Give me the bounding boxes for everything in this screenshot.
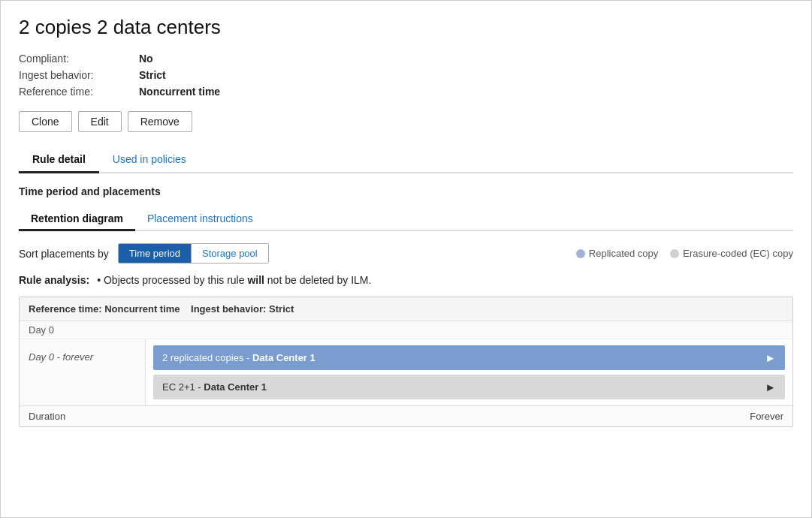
diagram-header: Reference time: Noncurrent time Ingest b…: [20, 297, 792, 321]
diagram-ref-label: Reference time:: [29, 303, 102, 315]
sub-tab-retention-diagram[interactable]: Retention diagram: [19, 208, 135, 231]
diagram-placements: 2 replicated copies - Data Center 1 ► EC…: [146, 339, 792, 405]
action-buttons: Clone Edit Remove: [19, 111, 793, 132]
tab-used-in-policies[interactable]: Used in policies: [99, 147, 200, 173]
sort-storage-pool-button[interactable]: Storage pool: [192, 244, 268, 263]
placement-bar-1-text: 2 replicated copies - Data Center 1: [162, 352, 315, 363]
ec-dot: [670, 249, 679, 258]
diagram-footer: Duration Forever: [20, 405, 792, 426]
replicated-dot: [576, 249, 585, 258]
ingest-value: Strict: [139, 69, 166, 81]
placement-bar-2-text: EC 2+1 - Data Center 1: [162, 381, 267, 393]
diagram-ingest-label: Ingest behavior:: [191, 303, 266, 315]
legend: Replicated copy Erasure-coded (EC) copy: [576, 248, 793, 259]
rule-analysis-row: Rule analysis: • Objects processed by th…: [19, 274, 793, 286]
placement-bar-1[interactable]: 2 replicated copies - Data Center 1 ►: [153, 345, 785, 370]
main-tabs: Rule detail Used in policies: [19, 147, 793, 173]
diagram-ref-value: Noncurrent time: [104, 303, 180, 315]
sort-time-period-button[interactable]: Time period: [119, 244, 192, 263]
sub-tabs: Retention diagram Placement instructions: [19, 208, 793, 231]
rule-analysis-pre: Objects processed by this rule: [104, 274, 247, 286]
compliant-value: No: [139, 53, 153, 65]
diagram-box: Reference time: Noncurrent time Ingest b…: [19, 297, 793, 427]
placement-bar-2[interactable]: EC 2+1 - Data Center 1 ►: [153, 375, 785, 399]
rule-analysis-text: • Objects processed by this rule will no…: [97, 274, 371, 286]
ingest-label: Ingest behavior:: [19, 69, 139, 81]
diagram-footer-right: Forever: [750, 411, 783, 422]
meta-section: Compliant: No Ingest behavior: Strict Re…: [19, 53, 793, 98]
rule-analysis-bold: will: [247, 274, 264, 286]
diagram-content: Day 0 - forever 2 replicated copies - Da…: [20, 339, 792, 405]
diagram-day-label: Day 0: [20, 321, 792, 339]
section-title: Time period and placements: [19, 185, 793, 197]
reference-value: Noncurrent time: [139, 86, 220, 98]
reference-label: Reference time:: [19, 86, 139, 98]
rule-analysis-post: not be deleted by ILM.: [264, 274, 371, 286]
placement-bar-1-arrow: ►: [765, 351, 776, 364]
page-title: 2 copies 2 data centers: [19, 16, 793, 39]
diagram-row-label: Day 0 - forever: [20, 339, 146, 405]
tab-rule-detail[interactable]: Rule detail: [19, 147, 99, 173]
remove-button[interactable]: Remove: [128, 111, 192, 132]
legend-ec: Erasure-coded (EC) copy: [670, 248, 793, 259]
diagram-footer-left: Duration: [29, 411, 65, 422]
sort-buttons: Time period Storage pool: [118, 243, 269, 264]
compliant-label: Compliant:: [19, 53, 139, 65]
diagram-ingest-value: Strict: [269, 303, 294, 315]
legend-replicated: Replicated copy: [576, 248, 659, 259]
replicated-label: Replicated copy: [589, 248, 659, 259]
edit-button[interactable]: Edit: [78, 111, 122, 132]
placement-bar-2-arrow: ►: [765, 381, 776, 393]
sub-tab-placement-instructions[interactable]: Placement instructions: [135, 208, 265, 231]
sort-label: Sort placements by: [19, 248, 109, 260]
rule-analysis-label: Rule analysis:: [19, 274, 89, 286]
sort-row: Sort placements by Time period Storage p…: [19, 243, 793, 264]
clone-button[interactable]: Clone: [19, 111, 72, 132]
ec-label: Erasure-coded (EC) copy: [683, 248, 793, 259]
